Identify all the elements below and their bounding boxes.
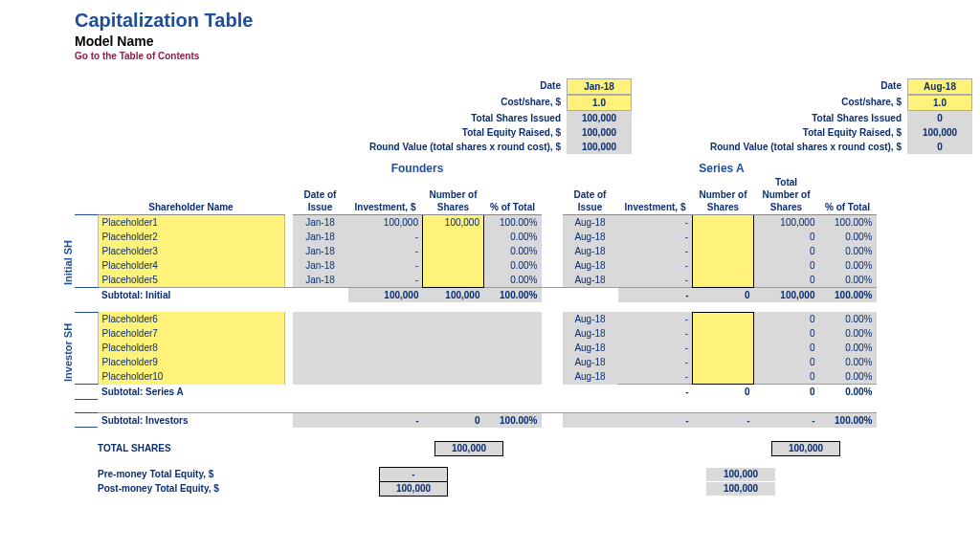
post-money-seriesa: 100,000 [706, 482, 775, 496]
cell: 100.00% [484, 412, 542, 428]
shareholder-name[interactable]: Placeholder9 [98, 355, 284, 369]
col-shareholder: Shareholder Name [98, 175, 284, 215]
shareholder-name[interactable]: Placeholder6 [98, 312, 284, 326]
post-money-founders: 100,000 [379, 481, 448, 497]
cell: 100.00% [819, 288, 877, 303]
seriesa-rv: 0 [907, 140, 972, 154]
pre-money-founders: - [379, 467, 448, 481]
cell: - [618, 215, 693, 231]
seriesa-title: Series A [564, 162, 880, 175]
cell: 0 [754, 355, 819, 369]
shares-input[interactable] [693, 258, 754, 273]
founders-tsi: 100,000 [567, 111, 632, 125]
cell: Jan-18 [293, 215, 348, 231]
post-money-label: Post-money Total Equity, $ [98, 483, 308, 494]
cell: - [348, 273, 423, 288]
shareholder-name[interactable]: Placeholder1 [98, 215, 284, 231]
cell: Aug-18 [563, 273, 618, 288]
shares-input[interactable] [693, 273, 754, 288]
cell: 0 [754, 341, 819, 355]
seriesa-tsi: 0 [907, 111, 972, 125]
cell: 0.00% [819, 273, 877, 288]
shares-input[interactable] [423, 258, 484, 273]
subtotal-initial-row: Subtotal: Initial 100,000 100,000 100.00… [75, 288, 877, 303]
subtotal-label: Subtotal: Initial [98, 288, 284, 303]
cell: 100,000 [348, 215, 423, 231]
col-total-shares: Total Number of Shares [754, 175, 819, 215]
cell: 100.00% [484, 215, 542, 231]
meta-founders: Date Jan-18 Cost/share, $ 1.0 Total Shar… [241, 78, 632, 154]
seriesa-date[interactable]: Aug-18 [907, 78, 972, 95]
shares-input[interactable] [693, 312, 754, 326]
shares-input[interactable] [693, 326, 754, 341]
cell: 0 [423, 412, 484, 428]
shareholder-name[interactable]: Placeholder8 [98, 341, 284, 355]
col-date: Date of Issue [563, 175, 618, 215]
shares-input[interactable] [423, 230, 484, 244]
page-title: Capitalization Table [75, 10, 972, 32]
shareholder-name[interactable]: Placeholder2 [98, 230, 284, 244]
subtotal-investors-row: Subtotal: Investors - 0 100.00% - - - 10… [75, 412, 877, 428]
table-row: Placeholder10Aug-18-00.00% [75, 369, 877, 385]
shares-input[interactable] [423, 273, 484, 288]
cell: - [618, 326, 693, 341]
meta-label: Date [649, 78, 907, 95]
subtotal-label: Subtotal: Series A [98, 385, 284, 400]
cell: Jan-18 [293, 258, 348, 273]
cell: Aug-18 [563, 215, 618, 231]
shares-input[interactable] [693, 369, 754, 385]
cell: - [618, 369, 693, 385]
shareholder-name[interactable]: Placeholder4 [98, 258, 284, 273]
total-shares-founders: 100,000 [434, 441, 503, 456]
cell: 0.00% [819, 385, 877, 400]
side-initial: Initial SH [75, 215, 98, 288]
shares-input[interactable] [693, 215, 754, 231]
shares-input[interactable] [693, 355, 754, 369]
meta-label: Total Shares Issued [241, 111, 567, 125]
shares-input[interactable] [693, 244, 754, 258]
seriesa-cost[interactable]: 1.0 [907, 95, 972, 111]
shareholder-name[interactable]: Placeholder10 [98, 369, 284, 385]
col-shares: Number of Shares [423, 175, 484, 215]
cell: 0 [693, 385, 754, 400]
cell: 100.00% [819, 412, 877, 428]
cell: - [754, 412, 819, 428]
pre-money-seriesa: 100,000 [706, 468, 775, 481]
cell: 0.00% [819, 244, 877, 258]
cell: 0 [754, 230, 819, 244]
shares-input[interactable] [693, 230, 754, 244]
cell: Aug-18 [563, 341, 618, 355]
cell: Aug-18 [563, 258, 618, 273]
cell: 100.00% [819, 215, 877, 231]
toc-link[interactable]: Go to the Table of Contents [75, 51, 972, 61]
cell: 0.00% [484, 230, 542, 244]
founders-date[interactable]: Jan-18 [567, 78, 632, 95]
shareholder-name[interactable]: Placeholder3 [98, 244, 284, 258]
shareholder-name[interactable]: Placeholder7 [98, 326, 284, 341]
table-row: Placeholder4Jan-18-0.00%Aug-18-00.00% [75, 258, 877, 273]
meta-label: Round Value (total shares x round cost),… [649, 140, 907, 154]
col-investment: Investment, $ [348, 175, 423, 215]
founders-cost[interactable]: 1.0 [567, 95, 632, 111]
cell: Jan-18 [293, 273, 348, 288]
cell: Aug-18 [563, 369, 618, 385]
cell: Aug-18 [563, 230, 618, 244]
cell: 0 [693, 288, 754, 303]
cell: - [348, 244, 423, 258]
cell: 0.00% [484, 258, 542, 273]
table-row: Placeholder7Aug-18-00.00% [75, 326, 877, 341]
cell: 0 [754, 326, 819, 341]
meta-seriesa: Date Aug-18 Cost/share, $ 1.0 Total Shar… [649, 78, 972, 154]
shareholder-name[interactable]: Placeholder5 [98, 273, 284, 288]
subtotal-seriesa-row: Subtotal: Series A - 0 0 0.00% [75, 385, 877, 400]
shares-input[interactable] [423, 244, 484, 258]
cell: 0.00% [819, 312, 877, 326]
shares-input[interactable] [693, 341, 754, 355]
cell: - [618, 412, 693, 428]
shares-input[interactable]: 100,000 [423, 215, 484, 231]
cell: 100,000 [754, 215, 819, 231]
cell: Jan-18 [293, 230, 348, 244]
subtotal-label: Subtotal: Investors [98, 412, 284, 428]
cell: 100,000 [348, 288, 423, 303]
cell: - [348, 230, 423, 244]
